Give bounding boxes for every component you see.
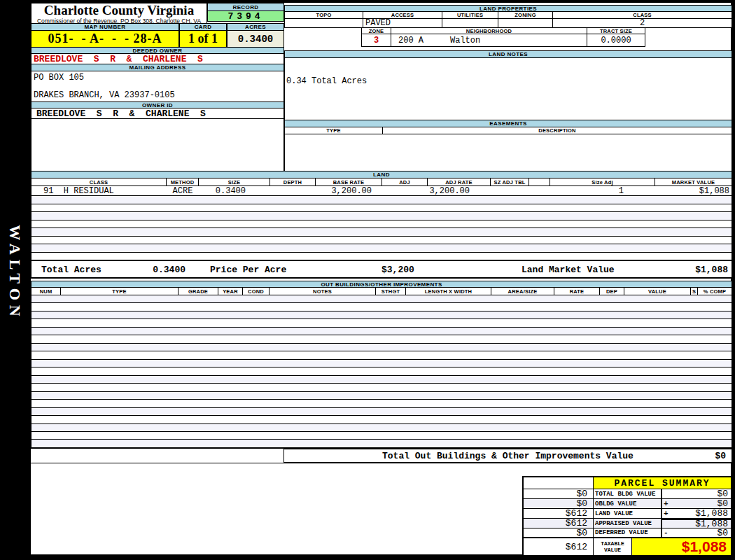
empty-row — [31, 368, 732, 375]
out-buildings-column-header: DEP — [600, 288, 624, 295]
out-buildings-column-header: TYPE — [61, 288, 178, 295]
empty-row — [31, 335, 732, 343]
summary-label: TOTAL BLDG VALUE — [594, 489, 661, 498]
land-cell: 1 — [550, 186, 655, 195]
empty-row — [31, 319, 732, 327]
out-buildings-column-header: VALUE — [624, 288, 691, 295]
zone-value-row: 3 200 A Walton 0.0000 — [361, 34, 645, 47]
land-column-header: MARKET VALUE — [655, 178, 732, 186]
land-cell: 3,200.00 — [428, 186, 491, 195]
county-title: Charlotte County Virginia — [31, 4, 206, 18]
county-header-box: Charlotte County Virginia Commissioner o… — [31, 3, 207, 24]
out-buildings-total-box: Total Out Buildings & Other Improvements… — [284, 449, 732, 463]
summary-prior-value: $612 — [524, 519, 594, 528]
out-buildings-total-value: $0 — [715, 451, 726, 461]
zoning-value — [498, 19, 553, 27]
out-buildings-total-row: Total Out Buildings & Other Improvements… — [31, 448, 732, 463]
empty-row — [31, 212, 732, 220]
easements-box — [284, 134, 732, 172]
col-topo: TOPO — [285, 12, 363, 18]
empty-row — [31, 237, 732, 245]
summary-label: OBLDG VALUE — [594, 499, 661, 508]
summary-op-value: -$0 — [661, 528, 731, 537]
empty-row — [31, 244, 732, 253]
summary-value: $0 — [672, 528, 731, 538]
empty-row — [31, 253, 732, 260]
taxable-value-label: TAXABLE VALUE — [594, 538, 632, 555]
empty-row — [31, 432, 732, 440]
empty-row — [31, 384, 732, 391]
district-sidebar: WALTON — [0, 0, 30, 560]
land-column-header: ADJ — [382, 178, 428, 186]
neighborhood-label: NEIGHBORHOOD — [391, 28, 587, 34]
acres-value: 0.3400 — [227, 30, 284, 48]
summary-op-value: $1,088 — [661, 519, 731, 528]
summary-operator: + — [662, 510, 672, 518]
taxable-prior-value: $612 — [524, 538, 594, 555]
summary-label: LAND VALUE — [594, 509, 661, 518]
empty-row — [31, 440, 732, 447]
empty-row — [31, 344, 732, 351]
out-buildings-column-header: S — [691, 288, 698, 295]
land-market-value-label: Land Market Value — [522, 264, 615, 274]
summary-value: $0 — [672, 489, 731, 499]
parcel-summary-row: $0TOTAL BLDG VALUE$0 — [524, 489, 731, 499]
land-cell — [382, 186, 428, 195]
land-column-header: DEPTH — [270, 178, 316, 186]
land-cell: 91 H RESIDUAL — [31, 186, 167, 195]
empty-row — [31, 392, 732, 400]
total-acres-value: 0.3400 — [130, 264, 186, 274]
out-buildings-column-header: LENGTH X WIDTH — [406, 288, 491, 295]
neighborhood-value: 200 A Walton — [391, 34, 587, 46]
land-notes-box: 0.34 Total Acres — [284, 57, 732, 120]
empty-row — [31, 303, 732, 311]
easement-description-label: DESCRIPTION — [383, 127, 732, 134]
price-per-acre-label: Price Per Acre — [210, 264, 286, 274]
out-buildings-total-label: Total Out Buildings & Other Improvements… — [382, 451, 634, 461]
parcel-summary-row: $0DEFERRED VALUE-$0 — [524, 528, 731, 538]
mailing-address-box: PO BOX 105 DRAKES BRANCH, VA 23937-0105 — [31, 71, 284, 102]
land-column-header: BASE RATE — [316, 178, 382, 186]
land-cell — [529, 186, 550, 195]
land-totals-row: Total Acres 0.3400 Price Per Acre $3,200… — [31, 260, 732, 279]
parcel-summary-header: PARCEL SUMMARY — [524, 477, 731, 489]
land-column-header — [529, 178, 550, 186]
address-line-2: DRAKES BRANCH, VA 23937-0105 — [34, 90, 284, 100]
summary-prior-value: $612 — [524, 509, 594, 518]
empty-row — [31, 196, 732, 204]
parcel-record-card: WALTON Charlotte County Virginia Commiss… — [0, 0, 735, 560]
summary-op-value: +$0 — [661, 499, 731, 508]
total-acres-label: Total Acres — [41, 264, 102, 274]
land-table-data-row: 91 H RESIDUALACRE0.34003,200.003,200.001… — [31, 186, 732, 196]
land-column-header: Size Adj — [550, 178, 655, 186]
out-buildings-column-header: COND — [243, 288, 270, 295]
taxable-value: $1,088 — [632, 538, 731, 555]
owner-id-value: BREEDLOVE S R & CHARLENE S — [31, 108, 284, 119]
parcel-summary: PARCEL SUMMARY $0TOTAL BLDG VALUE$0$0OBL… — [522, 476, 732, 556]
summary-operator: - — [662, 528, 672, 537]
land-cell — [270, 186, 316, 195]
parcel-summary-row: $612LAND VALUE+$1,088 — [524, 509, 731, 519]
land-cell: ACRE — [167, 186, 199, 195]
summary-op-value: +$1,088 — [661, 509, 731, 518]
land-table-empty-rows — [31, 195, 732, 260]
empty-row — [31, 416, 732, 424]
neighborhood-name: Walton — [450, 36, 480, 46]
class-value: 2 — [553, 19, 732, 27]
col-utilities: UTILITIES — [442, 12, 498, 18]
out-buildings-empty-rows — [31, 295, 732, 448]
summary-prior-value: $0 — [524, 489, 594, 498]
summary-label: APPRAISED VALUE — [594, 519, 661, 528]
summary-prior-value: $0 — [524, 499, 594, 508]
tract-size-value: 0.0000 — [587, 34, 645, 46]
land-cell — [491, 186, 529, 195]
neighborhood-code: 200 A — [398, 36, 424, 46]
empty-row — [31, 328, 732, 335]
summary-prior-value: $0 — [524, 528, 594, 537]
empty-row — [31, 424, 732, 432]
out-buildings-column-header: YEAR — [218, 288, 243, 295]
parcel-summary-blank-cell — [524, 477, 594, 489]
taxable-value-row: $612 TAXABLE VALUE $1,088 — [524, 538, 731, 555]
land-column-header: CLASS — [31, 178, 167, 186]
topo-value — [285, 19, 363, 27]
